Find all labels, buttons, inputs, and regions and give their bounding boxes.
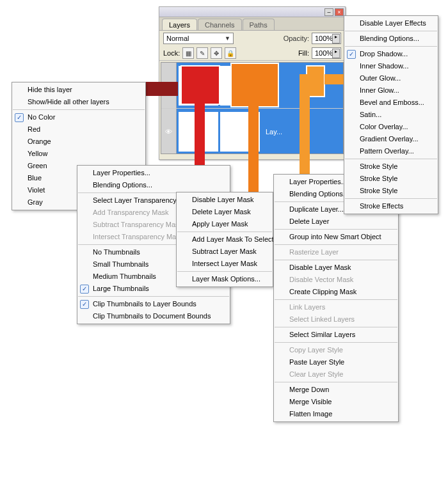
menu-separator xyxy=(275,299,397,300)
lock-label: Lock: xyxy=(163,49,180,57)
menu-item-select-linked: Select Linked Layers xyxy=(274,313,398,326)
lock-paint-icon[interactable]: ✎ xyxy=(196,47,208,59)
menu-item-disable-effects[interactable]: Disable Layer Effects xyxy=(344,17,438,29)
menu-item-rasterize: Rasterize Layer xyxy=(274,246,398,258)
menu-item-disable-layer-mask[interactable]: Disable Layer Mask xyxy=(274,262,398,274)
menu-item-intersect-mask[interactable]: Intersect Layer Mask xyxy=(177,258,273,270)
blend-row: Normal ▼ Opacity: 100% ▸ xyxy=(159,31,345,46)
menu-separator xyxy=(177,271,272,272)
blend-mode-dropdown[interactable]: Normal ▼ xyxy=(163,33,234,44)
check-icon: ✓ xyxy=(347,50,356,59)
menu-item-satin[interactable]: Satin... xyxy=(344,109,438,121)
menu-item-group-smart-object[interactable]: Group into New Smart Object xyxy=(274,231,398,243)
menu-separator xyxy=(275,382,397,382)
connector xyxy=(248,105,259,201)
visibility-icon[interactable]: 👁 xyxy=(161,109,177,154)
lock-all-icon[interactable]: 🔒 xyxy=(225,47,236,59)
menu-item-layer-properties[interactable]: Layer Properties... xyxy=(77,167,230,179)
menu-item-outer-glow[interactable]: Outer Glow... xyxy=(344,72,438,84)
lock-position-icon[interactable]: ✥ xyxy=(211,47,222,59)
check-icon: ✓ xyxy=(15,113,24,122)
menu-item-color-overlay[interactable]: Color Overlay... xyxy=(344,121,438,133)
menu-item-stroke-style[interactable]: Stroke Style xyxy=(344,185,438,197)
menu-item-inner-glow[interactable]: Inner Glow... xyxy=(344,84,438,97)
menu-separator xyxy=(345,46,437,47)
menu-item-disable-vector-mask: Disable Vector Mask xyxy=(274,274,398,286)
layer-mask-context-menu: Disable Layer Mask Delete Layer Mask App… xyxy=(176,192,273,287)
menu-separator xyxy=(275,327,397,327)
menu-separator xyxy=(78,296,229,297)
menu-separator xyxy=(345,159,437,159)
menu-separator xyxy=(13,109,145,110)
lock-transparency-icon[interactable]: ▦ xyxy=(182,47,194,59)
menu-item-add-mask-selection[interactable]: Add Layer Mask To Selection xyxy=(177,233,273,246)
menu-separator xyxy=(275,229,397,230)
tab-paths[interactable]: Paths xyxy=(243,19,275,30)
spinner-arrow-icon[interactable]: ▸ xyxy=(332,49,340,58)
opacity-label: Opacity: xyxy=(284,35,309,42)
menu-item-merge-down[interactable]: Merge Down xyxy=(274,384,398,396)
layer-name-label[interactable]: Lay... xyxy=(262,128,282,136)
connector xyxy=(142,82,178,96)
menu-separator xyxy=(275,244,397,245)
menu-item-disable-mask[interactable]: Disable Layer Mask xyxy=(177,194,273,206)
menu-separator xyxy=(177,232,272,232)
menu-item-stroke-style[interactable]: Stroke Style xyxy=(344,161,438,173)
opacity-value: 100% xyxy=(315,35,333,42)
menu-item-clear-style: Clear Layer Style xyxy=(274,368,398,381)
menu-separator xyxy=(345,31,437,31)
menu-item-apply-mask[interactable]: Apply Layer Mask xyxy=(177,218,273,230)
menu-separator xyxy=(275,342,397,343)
minimize-button[interactable]: – xyxy=(324,8,333,16)
check-icon: ✓ xyxy=(80,300,89,309)
menu-item-copy-style: Copy Layer Style xyxy=(274,344,398,356)
menu-item-show-hide-others[interactable]: Show/Hide all other layers xyxy=(12,96,145,108)
menu-item-mask-options[interactable]: Layer Mask Options... xyxy=(177,273,273,285)
menu-separator xyxy=(345,198,437,199)
menu-item-subtract-mask[interactable]: Subtract Layer Mask xyxy=(177,246,273,258)
panel-titlebar[interactable]: – × xyxy=(159,7,345,17)
close-button[interactable]: × xyxy=(335,8,344,16)
fill-value: 100% xyxy=(315,49,333,57)
fill-field[interactable]: 100% ▸ xyxy=(312,47,341,59)
opacity-field[interactable]: 100% ▸ xyxy=(312,33,341,44)
tab-layers[interactable]: Layers xyxy=(162,19,197,30)
menu-item-pattern-overlay[interactable]: Pattern Overlay... xyxy=(344,145,438,157)
menu-item-blending-options[interactable]: Blending Options... xyxy=(344,33,438,45)
menu-item-stroke-style[interactable]: Stroke Style xyxy=(344,173,438,185)
connector-block xyxy=(180,65,220,105)
menu-item-inner-shadow[interactable]: Inner Shadow... xyxy=(344,60,438,72)
menu-item-link-layers: Link Layers xyxy=(274,301,398,313)
menu-item-clip-document-bounds[interactable]: Clip Thumbnails to Document Bounds xyxy=(77,310,230,322)
spinner-arrow-icon[interactable]: ▸ xyxy=(332,34,340,43)
menu-item-yellow[interactable]: Yellow xyxy=(12,148,145,160)
menu-item-paste-style[interactable]: Paste Layer Style xyxy=(274,356,398,368)
menu-item-merge-visible[interactable]: Merge Visible xyxy=(274,396,398,408)
tab-channels[interactable]: Channels xyxy=(198,19,241,30)
menu-item-hide-layer[interactable]: Hide this layer xyxy=(12,84,145,96)
layer-effects-menu: Disable Layer Effects Blending Options..… xyxy=(344,15,438,214)
menu-item-delete-layer[interactable]: Delete Layer xyxy=(274,216,398,228)
lock-row: Lock: ▦ ✎ ✥ 🔒 Fill: 100% ▸ xyxy=(159,46,345,61)
check-icon: ✓ xyxy=(80,285,89,294)
menu-item-drop-shadow[interactable]: ✓Drop Shadow... xyxy=(344,48,438,60)
menu-item-bevel-emboss[interactable]: Bevel and Emboss... xyxy=(344,97,438,109)
chevron-down-icon: ▼ xyxy=(225,35,230,42)
menu-item-select-similar[interactable]: Select Similar Layers xyxy=(274,329,398,341)
menu-item-gradient-overlay[interactable]: Gradient Overlay... xyxy=(344,133,438,145)
menu-item-no-color[interactable]: ✓No Color xyxy=(12,111,145,123)
menu-item-orange[interactable]: Orange xyxy=(12,136,145,148)
menu-item-blending-options[interactable]: Blending Options... xyxy=(77,179,230,191)
fill-label: Fill: xyxy=(298,49,309,57)
menu-item-clip-layer-bounds[interactable]: ✓Clip Thumbnails to Layer Bounds xyxy=(77,298,230,310)
connector-block xyxy=(230,63,279,107)
connector xyxy=(195,102,205,173)
menu-item-flatten[interactable]: Flatten Image xyxy=(274,408,398,420)
menu-item-create-clipping-mask[interactable]: Create Clipping Mask xyxy=(274,286,398,298)
menu-item-red[interactable]: Red xyxy=(12,123,145,136)
menu-item-stroke-effects[interactable]: Stroke Effects xyxy=(344,200,438,212)
menu-item-delete-mask[interactable]: Delete Layer Mask xyxy=(177,206,273,218)
connector xyxy=(324,74,344,84)
blend-mode-value: Normal xyxy=(166,35,189,42)
connector xyxy=(300,74,310,183)
